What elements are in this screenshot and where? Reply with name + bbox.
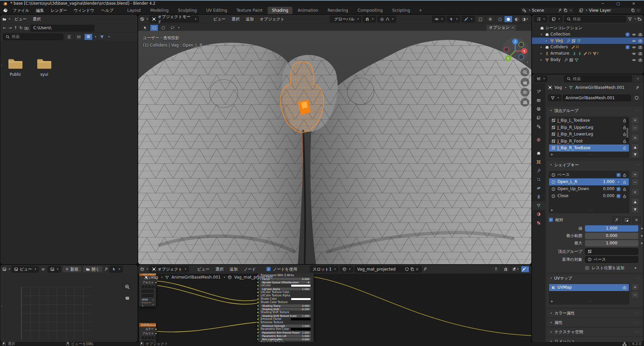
properties-tab[interactable] (532, 201, 545, 210)
zoom-button[interactable] (521, 68, 529, 76)
path-field[interactable]: C:\Users\ (31, 25, 94, 32)
workspace-tab[interactable]: Animation (293, 7, 322, 14)
shader-menu[interactable]: 選択 (213, 266, 227, 273)
vertex-group-row[interactable]: J_Bip_R_LowerLeg (549, 131, 629, 138)
filter-icon[interactable] (628, 17, 632, 21)
visibility-dropdown[interactable]: ▾ (432, 16, 445, 22)
pan-hand-button[interactable] (123, 293, 131, 302)
workspace-tab[interactable]: Layout (123, 7, 145, 14)
shader-menu[interactable]: ビュー (194, 266, 213, 273)
editor-type-icon[interactable] (2, 267, 6, 271)
clear-weights-button[interactable]: × (632, 217, 641, 223)
camera-visibility-icon[interactable] (638, 39, 642, 43)
shading-rendered-button[interactable]: ◑▾ (521, 16, 529, 22)
outliner-row[interactable]: シーンコレクション (532, 25, 644, 31)
add-uv-map-button[interactable]: + (631, 284, 639, 291)
pin-shapekey-button[interactable] (612, 217, 621, 223)
properties-tab[interactable] (532, 87, 545, 96)
image-texture-node[interactable]: ShiftTexture カラー アルファ (139, 323, 156, 342)
app-menu-item[interactable]: ウィンドウ (70, 7, 98, 13)
mtoon-group-node[interactable]: 両面描画 Transparent With Z-Write Factor0 (258, 274, 314, 342)
lock-icon[interactable] (623, 118, 627, 122)
node-input-row[interactable]: Emissive Factor (258, 318, 314, 321)
display-horizontal-list-button[interactable] (74, 34, 83, 40)
viewport-menu[interactable]: 選択 (229, 16, 243, 22)
sidebar-collapse-arrow[interactable]: ‹ (527, 60, 528, 64)
shader-type-selector[interactable]: オブジェクト▾ (149, 266, 189, 273)
editor-type-icon[interactable] (140, 17, 144, 21)
edit-mode-shapekey-button[interactable] (622, 217, 631, 223)
pan-hand-button[interactable] (521, 78, 529, 86)
nav-back-icon[interactable]: ← (3, 25, 6, 30)
move-down-button[interactable]: ▼ (631, 151, 639, 158)
add-workspace-button[interactable]: + (415, 7, 427, 14)
vertex-group-field[interactable] (585, 248, 638, 255)
animate-dot[interactable] (641, 235, 643, 237)
app-menu-item[interactable]: ヘルプ (98, 7, 117, 13)
filter-dropdown[interactable]: ▾ (108, 35, 110, 39)
collapsed-section[interactable]: ▸カラー属性···· (547, 309, 643, 317)
eye-icon[interactable] (632, 52, 636, 56)
use-nodes-toggle[interactable]: ✓ノードを使用 (266, 267, 297, 272)
panel-header[interactable]: ▾シェイプキー···· (547, 161, 643, 169)
scrollbar[interactable] (627, 128, 628, 138)
outliner-row[interactable]: ▸ Body (532, 57, 644, 63)
xray-toggle[interactable]: ⊕ (486, 16, 494, 22)
panel-header[interactable]: ▾UVマップ···· (547, 274, 643, 282)
scene-selector[interactable]: ▾ Scene × (520, 7, 575, 14)
node-input-row[interactable]: Parametric Rim Fresnel Power1.000 (258, 331, 314, 334)
node-input-row[interactable]: Shading Shift-0.200 (258, 307, 314, 311)
pin-icon[interactable] (104, 267, 108, 271)
material-browse[interactable]: ▾ (340, 266, 353, 273)
properties-tab[interactable] (532, 219, 545, 227)
shading-wireframe-button[interactable]: ○ (496, 16, 504, 22)
insert-node-button[interactable]: ↑ (492, 266, 500, 273)
fake-user-button[interactable] (632, 95, 641, 101)
file-browser-menu[interactable]: ビュー (11, 16, 30, 22)
outliner-row[interactable]: ▸ Colliders 22 ✓ (532, 44, 644, 50)
lock-icon[interactable] (623, 132, 627, 136)
node-input-row[interactable]: Parametric Rim Lift1.000 (258, 334, 314, 338)
outliner-row[interactable]: ▸ Vag (532, 38, 644, 44)
workspace-tab[interactable]: Texture Paint (232, 7, 267, 14)
lock-icon[interactable] (623, 187, 627, 191)
shading-material-button[interactable]: ◐ (513, 16, 521, 22)
eye-icon[interactable] (632, 33, 636, 37)
shapekey-specials-button[interactable]: ∨ (631, 188, 639, 195)
image-selector[interactable]: ▾ (48, 266, 61, 273)
file-browser-menu[interactable]: 選択 (30, 16, 44, 22)
properties-tab[interactable] (532, 166, 545, 175)
create-folder-icon[interactable] (24, 26, 29, 30)
display-vertical-list-button[interactable] (65, 34, 73, 40)
rest-position-row[interactable]: レスト位置を追加 (585, 266, 636, 270)
node-input-row[interactable]: Shade Color (258, 297, 314, 301)
proportional-edit-selector[interactable]: ◎▾ (377, 16, 396, 22)
nav-forward-icon[interactable]: → (8, 25, 12, 30)
camera-visibility-icon[interactable] (638, 52, 642, 56)
render-camera-icon[interactable] (623, 286, 627, 290)
shape-key-row[interactable]: ベース ✓ (549, 171, 629, 178)
overlays-toggle[interactable]: ▾ (462, 16, 475, 22)
gizmos-toggle[interactable]: ▾ (447, 16, 460, 22)
new-collection-icon[interactable] (638, 17, 642, 21)
shader-menu[interactable]: ノード (241, 266, 259, 273)
camera-visibility-icon[interactable] (638, 58, 642, 62)
workspace-tab[interactable]: Compositing (353, 7, 387, 14)
select-box-tool-button[interactable] (150, 24, 158, 31)
perspective-toggle-button[interactable] (521, 98, 529, 107)
viewport-menu[interactable]: 追加 (243, 16, 257, 22)
move-down-button[interactable]: ▼ (631, 206, 639, 213)
display-thumbnails-button[interactable]: ⊞ (84, 34, 93, 40)
relative-key-field[interactable]: ベース (585, 256, 638, 263)
node-input-row[interactable]: Emissive Texture (258, 321, 314, 324)
properties-tab[interactable] (532, 96, 545, 105)
blender-menu-icon[interactable] (3, 8, 8, 13)
shape-key-enable-checkbox[interactable]: ✓ (616, 180, 621, 184)
maximize-button[interactable]: ▢ (610, 1, 626, 7)
selectability-checkbox[interactable]: ✓ (626, 45, 630, 49)
minimize-button[interactable]: ─ (595, 1, 610, 7)
shader-menu[interactable]: 追加 (227, 266, 241, 273)
editor-type-icon[interactable] (140, 267, 144, 271)
node-input-row[interactable]: Emissive Strength1.000 (258, 324, 314, 328)
node-input-row[interactable]: Parametric Rim Color (258, 328, 314, 331)
